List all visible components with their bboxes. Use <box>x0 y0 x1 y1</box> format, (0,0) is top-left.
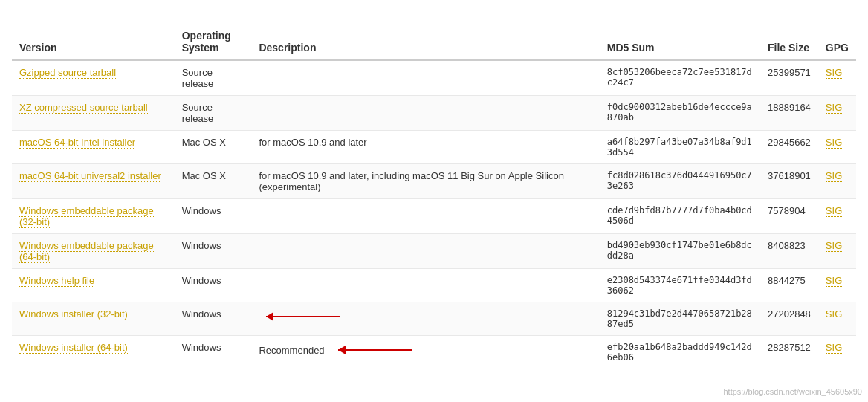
md5-cell: f0dc9000312abeb16de4eccce9a870ab <box>600 96 760 131</box>
version-cell: Windows help file <box>12 269 175 302</box>
version-cell: Windows installer (64-bit) <box>12 336 175 369</box>
table-row: Windows installer (64-bit)WindowsRecomme… <box>12 336 856 369</box>
md5-cell: e2308d543374e671ffe0344d3fd36062 <box>600 269 760 302</box>
col-gpg: GPG <box>818 24 856 60</box>
os-cell: Source release <box>175 60 252 96</box>
col-md5: MD5 Sum <box>600 24 760 60</box>
gpg-cell: SIG <box>818 234 856 269</box>
version-link[interactable]: Windows installer (32-bit) <box>19 308 128 320</box>
table-row: Windows embeddable package (64-bit)Windo… <box>12 234 856 269</box>
gpg-link[interactable]: SIG <box>826 67 842 79</box>
gpg-link[interactable]: SIG <box>826 205 842 217</box>
gpg-cell: SIG <box>818 199 856 234</box>
gpg-cell: SIG <box>818 164 856 199</box>
col-description: Description <box>251 24 599 60</box>
table-row: Windows embeddable package (32-bit)Windo… <box>12 199 856 234</box>
os-cell: Windows <box>175 269 252 302</box>
filesize-cell: 37618901 <box>760 164 818 199</box>
os-cell: Mac OS X <box>175 164 252 199</box>
version-cell: Windows embeddable package (32-bit) <box>12 199 175 234</box>
red-arrow-icon <box>331 342 420 358</box>
gpg-cell: SIG <box>818 336 856 369</box>
version-cell: Gzipped source tarball <box>12 60 175 96</box>
md5-cell: efb20aa1b648a2baddd949c142d6eb06 <box>600 336 760 369</box>
gpg-link[interactable]: SIG <box>826 275 842 287</box>
description-cell <box>251 302 599 336</box>
description-cell <box>251 269 599 302</box>
version-link[interactable]: macOS 64-bit universal2 installer <box>19 170 161 182</box>
red-arrow-icon <box>259 308 348 325</box>
svg-marker-3 <box>338 346 346 354</box>
gpg-link[interactable]: SIG <box>826 240 842 252</box>
version-cell: macOS 64-bit universal2 installer <box>12 164 175 199</box>
gpg-cell: SIG <box>818 302 856 336</box>
version-link[interactable]: Windows embeddable package (64-bit) <box>19 240 154 263</box>
filesize-cell: 8408823 <box>760 234 818 269</box>
version-cell: Windows embeddable package (64-bit) <box>12 234 175 269</box>
os-cell: Mac OS X <box>175 131 252 164</box>
os-cell: Windows <box>175 336 252 369</box>
gpg-cell: SIG <box>818 269 856 302</box>
gpg-cell: SIG <box>818 60 856 96</box>
filesize-cell: 25399571 <box>760 60 818 96</box>
description-cell <box>251 199 599 234</box>
gpg-cell: SIG <box>818 131 856 164</box>
files-table: Version OperatingSystem Description MD5 … <box>12 24 856 369</box>
table-header-row: Version OperatingSystem Description MD5 … <box>12 24 856 60</box>
col-version: Version <box>12 24 175 60</box>
version-link[interactable]: macOS 64-bit Intel installer <box>19 137 135 149</box>
description-cell: for macOS 10.9 and later, including macO… <box>251 164 599 199</box>
version-cell: macOS 64-bit Intel installer <box>12 131 175 164</box>
gpg-link[interactable]: SIG <box>826 342 842 354</box>
svg-marker-1 <box>266 312 273 321</box>
col-os: OperatingSystem <box>175 24 252 60</box>
description-cell: Recommended <box>251 336 599 369</box>
filesize-cell: 18889164 <box>760 96 818 131</box>
filesize-cell: 29845662 <box>760 131 818 164</box>
os-cell: Source release <box>175 96 252 131</box>
md5-cell: a64f8b297fa43be07a34b8af9d13d554 <box>600 131 760 164</box>
table-row: macOS 64-bit universal2 installerMac OS … <box>12 164 856 199</box>
filesize-cell: 27202848 <box>760 302 818 336</box>
gpg-cell: SIG <box>818 96 856 131</box>
version-link[interactable]: Windows installer (64-bit) <box>19 342 128 354</box>
version-link[interactable]: XZ compressed source tarball <box>19 102 148 114</box>
version-cell: Windows installer (32-bit) <box>12 302 175 336</box>
description-cell: for macOS 10.9 and later <box>251 131 599 164</box>
description-cell <box>251 60 599 96</box>
description-cell <box>251 234 599 269</box>
md5-cell: cde7d9bfd87b7777d7f0ba4b0cd4506d <box>600 199 760 234</box>
filesize-cell: 8844275 <box>760 269 818 302</box>
gpg-link[interactable]: SIG <box>826 170 842 182</box>
gpg-link[interactable]: SIG <box>826 102 842 114</box>
md5-cell: fc8d028618c376d0444916950c73e263 <box>600 164 760 199</box>
md5-cell: 81294c31bd7e2d4470658721b2887ed5 <box>600 302 760 336</box>
gpg-link[interactable]: SIG <box>826 137 842 149</box>
table-row: Windows help fileWindowse2308d543374e671… <box>12 269 856 302</box>
table-row: Windows installer (32-bit)Windows81294c3… <box>12 302 856 336</box>
description-cell <box>251 96 599 131</box>
os-cell: Windows <box>175 199 252 234</box>
gpg-link[interactable]: SIG <box>826 308 842 320</box>
version-link[interactable]: Windows embeddable package (32-bit) <box>19 205 154 228</box>
md5-cell: 8cf053206beeca72c7ee531817dc24c7 <box>600 60 760 96</box>
col-filesize: File Size <box>760 24 818 60</box>
table-row: Gzipped source tarballSource release8cf0… <box>12 60 856 96</box>
table-row: XZ compressed source tarballSource relea… <box>12 96 856 131</box>
version-link[interactable]: Gzipped source tarball <box>19 67 116 79</box>
os-cell: Windows <box>175 302 252 336</box>
md5-cell: bd4903eb930cf1747be01e6b8dcdd28a <box>600 234 760 269</box>
version-cell: XZ compressed source tarball <box>12 96 175 131</box>
filesize-cell: 28287512 <box>760 336 818 369</box>
os-cell: Windows <box>175 234 252 269</box>
table-row: macOS 64-bit Intel installerMac OS Xfor … <box>12 131 856 164</box>
filesize-cell: 7578904 <box>760 199 818 234</box>
version-link[interactable]: Windows help file <box>19 275 94 287</box>
